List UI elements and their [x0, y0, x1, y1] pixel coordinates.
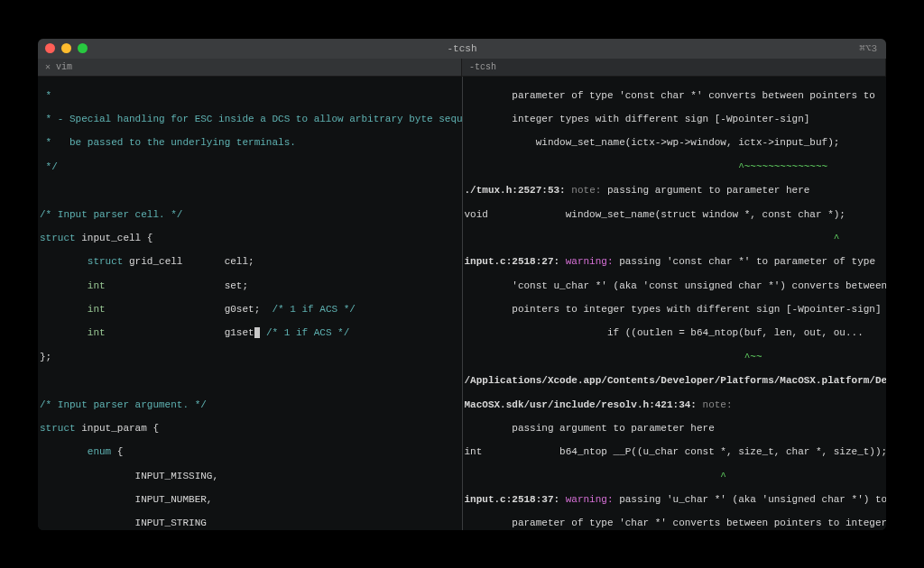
output-line: passing argument to parameter here — [465, 423, 885, 435]
output-line: /Applications/Xcode.app/Contents/Develop… — [465, 375, 885, 387]
close-icon[interactable] — [45, 43, 55, 53]
tab-vim[interactable]: ✕ vim — [38, 59, 462, 76]
output-line: ^ — [465, 233, 885, 244]
code-line: INPUT_STRING — [40, 518, 460, 529]
minimize-icon[interactable] — [61, 43, 71, 53]
output-line: ./tmux.h:2527:53: note: passing argument… — [465, 185, 885, 197]
output-line: ^~~ — [465, 352, 885, 363]
output-line: input.c:2518:37: warning: passing 'u_cha… — [465, 494, 885, 506]
close-icon[interactable]: ✕ — [45, 61, 51, 72]
tab-label: -tcsh — [469, 62, 496, 72]
code-line: struct input_cell { — [40, 233, 460, 244]
terminal-window: -tcsh ⌘⌥3 ✕ vim -tcsh * * - Special hand… — [38, 39, 886, 530]
vim-pane[interactable]: * * - Special handling for ESC inside a … — [38, 77, 463, 530]
code-line: * be passed to the underlying terminals. — [40, 137, 460, 149]
tabbar: ✕ vim -tcsh — [38, 59, 886, 77]
output-line: MacOSX.sdk/usr/include/resolv.h:421:34: … — [465, 399, 885, 411]
code-line — [40, 185, 460, 197]
code-line: /* Input parser argument. */ — [40, 399, 460, 411]
titlebar[interactable]: -tcsh ⌘⌥3 — [38, 39, 886, 59]
output-line: int b64_ntop __P((u_char const *, size_t… — [465, 446, 885, 458]
code-line: INPUT_MISSING, — [40, 471, 460, 482]
tab-tcsh[interactable]: -tcsh — [462, 59, 886, 76]
window-shortcut: ⌘⌥3 — [859, 42, 877, 54]
code-line: INPUT_NUMBER, — [40, 494, 460, 506]
output-line: void window_set_name(struct window *, co… — [465, 209, 885, 221]
code-line: * — [40, 90, 460, 102]
code-line: struct grid_cell cell; — [40, 256, 460, 268]
code-line — [40, 375, 460, 387]
code-line: int g0set; /* 1 if ACS */ — [40, 304, 460, 316]
output-line: pointers to integer types with different… — [465, 304, 885, 316]
output-line: window_set_name(ictx->wp->window, ictx->… — [465, 137, 885, 149]
split-panes: * * - Special handling for ESC inside a … — [38, 77, 886, 530]
zoom-icon[interactable] — [78, 43, 88, 53]
output-line: ^~~~~~~~~~~~~~~ — [465, 161, 885, 173]
tab-label: vim — [56, 62, 72, 72]
output-line: input.c:2518:27: warning: passing 'const… — [465, 256, 885, 268]
output-line: integer types with different sign [-Wpoi… — [465, 114, 885, 125]
traffic-lights — [45, 43, 88, 53]
output-line: parameter of type 'char *' converts betw… — [465, 518, 885, 529]
code-line: * - Special handling for ESC inside a DC… — [40, 114, 460, 125]
code-line: */ — [40, 161, 460, 173]
output-line: 'const u_char *' (aka 'const unsigned ch… — [465, 280, 885, 292]
output-line: ^ — [465, 471, 885, 482]
code-line: enum { — [40, 446, 460, 458]
window-title: -tcsh — [447, 43, 476, 54]
code-line: int set; — [40, 280, 460, 292]
code-line: struct input_param { — [40, 423, 460, 435]
code-line: }; — [40, 352, 460, 363]
code-line: int g1set /* 1 if ACS */ — [40, 327, 460, 339]
code-line: /* Input parser cell. */ — [40, 209, 460, 221]
shell-pane[interactable]: parameter of type 'const char *' convert… — [463, 77, 887, 530]
output-line: parameter of type 'const char *' convert… — [465, 90, 885, 102]
output-line: if ((outlen = b64_ntop(buf, len, out, ou… — [465, 327, 885, 339]
